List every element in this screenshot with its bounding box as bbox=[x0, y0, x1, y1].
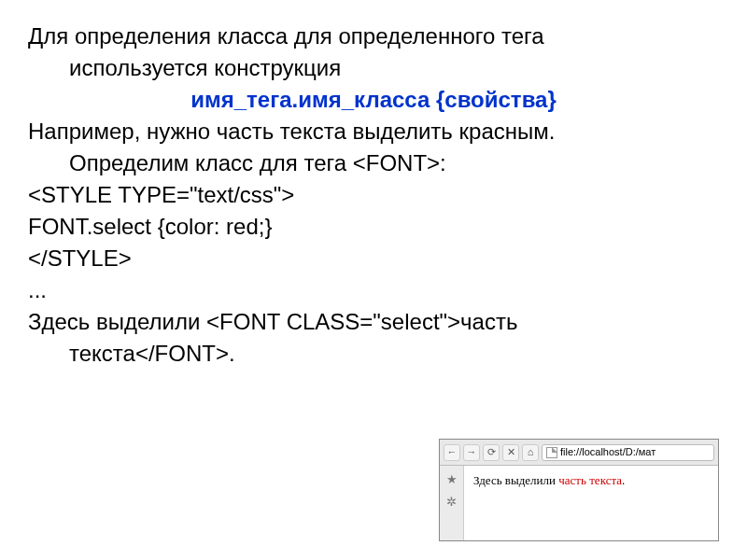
rendered-text-black: Здесь выделили bbox=[473, 473, 558, 487]
syntax-line: имя_тега.имя_класса {свойства} bbox=[28, 86, 719, 114]
star-icon[interactable]: ★ bbox=[444, 471, 460, 488]
forward-icon[interactable]: → bbox=[463, 444, 480, 461]
address-text: file://localhost/D:/мат bbox=[560, 446, 655, 459]
code-line-3: </STYLE> bbox=[28, 245, 719, 273]
paragraph-3-line-1: Здесь выделили <FONT CLASS="select">част… bbox=[28, 308, 719, 336]
ellipsis-line: ... bbox=[28, 276, 719, 304]
paragraph-3-line-2: текста</FONT>. bbox=[28, 340, 719, 368]
browser-content: Здесь выделили часть текста. bbox=[464, 466, 718, 540]
page-icon bbox=[546, 447, 557, 458]
address-bar[interactable]: file://localhost/D:/мат bbox=[542, 444, 714, 461]
paragraph-2-line-1: Например, нужно часть текста выделить кр… bbox=[28, 118, 719, 146]
back-icon[interactable]: ← bbox=[444, 444, 460, 461]
browser-body: ★ ✲ Здесь выделили часть текста. bbox=[440, 466, 718, 540]
gear-icon[interactable]: ✲ bbox=[444, 494, 460, 511]
browser-toolbar: ← → ⟳ ✕ ⌂ file://localhost/D:/мат bbox=[440, 440, 718, 466]
home-icon[interactable]: ⌂ bbox=[522, 444, 539, 461]
code-line-2: FONT.select {color: red;} bbox=[28, 213, 719, 241]
rendered-text-period: . bbox=[622, 473, 625, 487]
rendered-text-red: часть текста bbox=[558, 473, 622, 487]
reload-icon[interactable]: ⟳ bbox=[483, 444, 500, 461]
browser-screenshot: ← → ⟳ ✕ ⌂ file://localhost/D:/мат ★ ✲ Зд… bbox=[439, 439, 719, 541]
stop-icon[interactable]: ✕ bbox=[502, 444, 519, 461]
paragraph-2-line-2: Определим класс для тега <FONT>: bbox=[28, 149, 719, 177]
paragraph-1-line-1: Для определения класса для определенного… bbox=[28, 22, 719, 50]
browser-sidebar: ★ ✲ bbox=[440, 466, 464, 540]
code-line-1: <STYLE TYPE="text/css"> bbox=[28, 181, 719, 209]
paragraph-1-line-2: используется конструкция bbox=[28, 54, 719, 82]
